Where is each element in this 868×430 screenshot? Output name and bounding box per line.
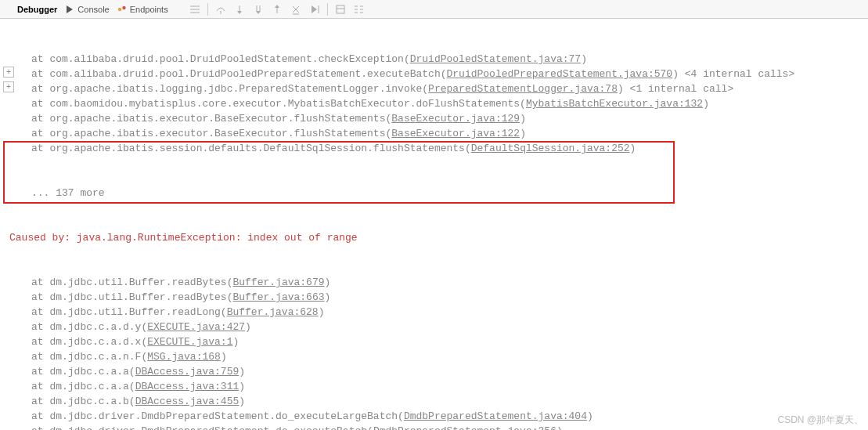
menu-icon[interactable]	[189, 3, 201, 16]
qualified-name: com.alibaba.druid.pool.DruidPooledPrepar…	[49, 68, 440, 80]
trace-line: +at org.apache.ibatis.session.defaults.D…	[0, 141, 868, 156]
endpoints-icon	[117, 5, 127, 14]
qualified-name: dm.jdbc.c.a.a	[49, 366, 128, 378]
tab-debugger[interactable]: Debugger	[5, 5, 57, 14]
at-keyword: at	[31, 68, 49, 80]
source-link[interactable]: PreparedStatementLogger.java:78	[428, 83, 618, 95]
trace-line: at dm.jdbc.c.a.a(DBAccess.java:311)	[0, 379, 868, 394]
source-link[interactable]: DmdbPreparedStatement.java:356	[373, 425, 556, 430]
at-keyword: at	[31, 321, 49, 333]
qualified-name: dm.jdbc.c.a.n.F	[49, 351, 141, 363]
svg-marker-15	[312, 5, 317, 13]
source-link[interactable]: MybatisBatchExecutor.java:132	[526, 98, 703, 110]
trace-icon[interactable]	[353, 3, 366, 16]
svg-marker-8	[237, 11, 242, 14]
step-out-icon[interactable]	[271, 3, 283, 16]
toolbar: Debugger Console Endpoints	[0, 0, 868, 19]
qualified-name: dm.jdbc.driver.DmdbPreparedStatement.do_…	[49, 410, 398, 422]
at-keyword: at	[31, 113, 49, 125]
trace-line: +at com.alibaba.druid.pool.DruidPooledSt…	[0, 52, 868, 67]
trace-line: at dm.jdbc.c.a.d.y(EXECUTE.java:427)	[0, 320, 868, 334]
watermark: CSDN @那年夏天、	[777, 414, 863, 427]
qualified-name: dm.jdbc.util.Buffer.readBytes	[49, 276, 226, 288]
tab-label: Debugger	[17, 5, 57, 14]
trace-line: at dm.jdbc.c.a.b(DBAccess.java:455)	[0, 394, 868, 409]
internal-calls: <4 internal calls>	[685, 68, 794, 80]
at-keyword: at	[31, 83, 49, 95]
qualified-name: dm.jdbc.util.Buffer.readLong	[49, 306, 220, 318]
exception-text: Caused by: java.lang.RuntimeException: i…	[9, 232, 358, 244]
source-link[interactable]: BaseExecutor.java:129	[391, 113, 520, 125]
more-text: ... 137 more	[31, 187, 105, 199]
at-keyword: at	[31, 396, 49, 407]
at-keyword: at	[31, 291, 49, 303]
trace-line: at dm.jdbc.util.Buffer.readBytes(Buffer.…	[0, 275, 868, 290]
trace-line: at dm.jdbc.c.a.n.F(MSG.java:168)	[0, 349, 868, 364]
source-link[interactable]: EXECUTE.java:1	[147, 336, 232, 348]
trace-line: +at com.baomidou.mybatisplus.core.execut…	[0, 96, 868, 111]
trace-line: at dm.jdbc.driver.DmdbPreparedStatement.…	[0, 424, 868, 430]
source-link[interactable]: DBAccess.java:311	[135, 381, 240, 392]
qualified-name: dm.jdbc.util.Buffer.readBytes	[49, 291, 226, 303]
source-link[interactable]: DBAccess.java:455	[135, 396, 240, 407]
svg-marker-0	[67, 5, 73, 13]
qualified-name: dm.jdbc.c.a.b	[49, 396, 128, 407]
at-keyword: at	[31, 53, 49, 65]
qualified-name: com.alibaba.druid.pool.DruidPooledStatem…	[49, 53, 403, 65]
at-keyword: at	[31, 351, 49, 363]
at-keyword: at	[31, 276, 49, 288]
trace-line: at dm.jdbc.driver.DmdbPreparedStatement.…	[0, 409, 868, 424]
trace-line: at dm.jdbc.util.Buffer.readLong(Buffer.j…	[0, 305, 868, 320]
trace-line: ... 137 more	[0, 186, 868, 201]
trace-line: +at org.apache.ibatis.executor.BaseExecu…	[0, 111, 868, 126]
expand-icon[interactable]: +	[3, 67, 14, 78]
at-keyword: at	[31, 98, 49, 110]
trace-line: at dm.jdbc.c.a.d.x(EXECUTE.java:1)	[0, 334, 868, 349]
source-link[interactable]: EXECUTE.java:427	[147, 321, 245, 333]
qualified-name: org.apache.ibatis.session.defaults.Defau…	[49, 143, 465, 154]
tab-endpoints[interactable]: Endpoints	[117, 5, 168, 14]
at-keyword: at	[31, 425, 49, 430]
console-icon	[65, 5, 74, 14]
at-keyword: at	[31, 381, 49, 392]
at-keyword: at	[31, 410, 49, 422]
step-into-icon[interactable]	[233, 3, 246, 16]
qualified-name: org.apache.ibatis.logging.jdbc.PreparedS…	[49, 83, 422, 95]
qualified-name: dm.jdbc.c.a.a	[49, 381, 128, 392]
source-link[interactable]: DBAccess.java:759	[135, 366, 240, 378]
svg-point-2	[122, 5, 125, 9]
at-keyword: at	[31, 336, 49, 348]
source-link[interactable]: BaseExecutor.java:122	[391, 128, 520, 139]
trace-line-exception: Caused by: java.lang.RuntimeException: i…	[0, 230, 868, 245]
svg-marker-11	[256, 11, 261, 14]
run-to-cursor-icon[interactable]	[308, 3, 321, 16]
source-link[interactable]: DefaultSqlSession.java:252	[471, 143, 630, 154]
at-keyword: at	[31, 306, 49, 318]
svg-rect-17	[337, 5, 344, 13]
svg-marker-13	[275, 5, 279, 8]
toolbar-icons	[189, 3, 366, 16]
source-link[interactable]: Buffer.java:679	[232, 276, 324, 288]
source-link[interactable]: DruidPooledStatement.java:77	[410, 53, 581, 65]
expand-icon[interactable]: +	[3, 81, 14, 92]
evaluate-icon[interactable]	[334, 3, 347, 16]
source-link[interactable]: MSG.java:168	[147, 351, 221, 363]
source-link[interactable]: DmdbPreparedStatement.java:404	[404, 410, 587, 422]
trace-line: +at org.apache.ibatis.executor.BaseExecu…	[0, 126, 868, 141]
svg-point-1	[118, 7, 121, 10]
source-link[interactable]: Buffer.java:628	[227, 306, 319, 318]
source-link[interactable]: Buffer.java:663	[232, 291, 324, 303]
internal-calls: <1 internal call>	[630, 83, 734, 95]
tab-label: Endpoints	[130, 5, 168, 14]
at-keyword: at	[31, 128, 49, 139]
qualified-name: com.baomidou.mybatisplus.core.executor.M…	[49, 98, 520, 110]
force-step-into-icon[interactable]	[252, 3, 265, 16]
trace-line: +at com.alibaba.druid.pool.DruidPooledPr…	[0, 67, 868, 81]
qualified-name: dm.jdbc.c.a.d.x	[49, 336, 141, 348]
qualified-name: dm.jdbc.c.a.d.y	[49, 321, 141, 333]
tab-console[interactable]: Console	[65, 5, 109, 14]
step-over-icon[interactable]	[214, 3, 227, 16]
drop-frame-icon[interactable]	[290, 3, 302, 16]
source-link[interactable]: DruidPooledPreparedStatement.java:570	[447, 68, 673, 80]
trace-line: at dm.jdbc.c.a.a(DBAccess.java:759)	[0, 364, 868, 379]
